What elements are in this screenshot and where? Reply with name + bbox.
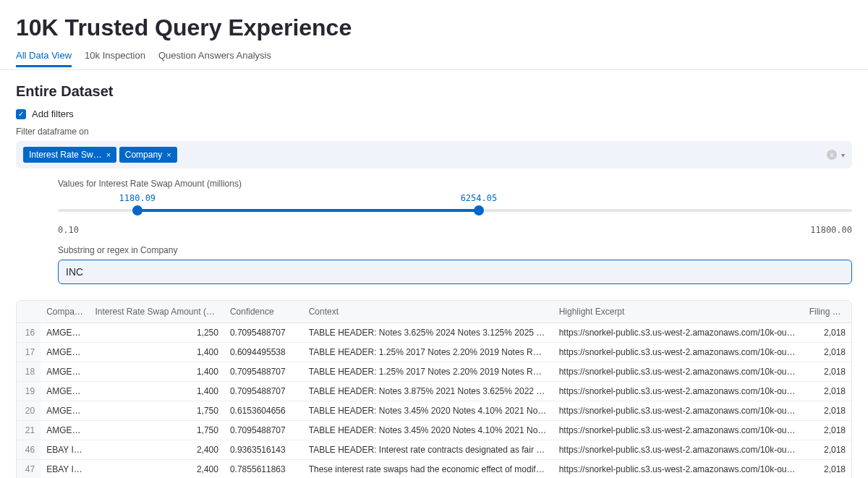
- cell: 18: [17, 362, 41, 382]
- filter-chip[interactable]: Interest Rate Sw…×: [23, 147, 116, 163]
- table-row[interactable]: 19AMGEN INC1,4000.7095488707TABLE HEADER…: [17, 382, 851, 401]
- chevron-down-icon[interactable]: ▾: [841, 151, 845, 159]
- slider-high-value: 6254.05: [461, 193, 498, 203]
- regex-label: Substring or regex in Company: [58, 245, 852, 255]
- cell: These interest rate swaps had the econom…: [303, 460, 553, 479]
- cell: EBAY INC: [41, 440, 89, 460]
- range-slider[interactable]: 1180.09 6254.05: [58, 196, 852, 221]
- chip-label: Interest Rate Sw…: [29, 150, 102, 160]
- table-row[interactable]: 16AMGEN INC1,2500.7095488707TABLE HEADER…: [17, 323, 851, 343]
- data-table: CompanyInterest Rate Swap Amount (millio…: [16, 300, 852, 478]
- cell: 1,750: [89, 401, 224, 421]
- chip-label: Company: [125, 150, 162, 160]
- table-row[interactable]: 18AMGEN INC1,4000.7095488707TABLE HEADER…: [17, 362, 851, 382]
- cell: 1,750: [89, 421, 224, 440]
- cell: 1,400: [89, 343, 224, 362]
- filter-prompt: Filter dataframe on: [0, 127, 868, 140]
- cell: 0.7095488707: [224, 323, 303, 343]
- cell: 2,018: [804, 440, 851, 460]
- company-regex-input[interactable]: [58, 260, 852, 284]
- cell: 0.6153604656: [224, 401, 303, 421]
- page-title: 10K Trusted Query Experience: [0, 0, 868, 50]
- cell: AMGEN INC: [41, 343, 89, 362]
- tab-10k-inspection[interactable]: 10k Inspection: [85, 50, 145, 65]
- cell: 47: [17, 460, 41, 479]
- cell: TABLE HEADER: 1.25% 2017 Notes 2.20% 201…: [303, 362, 553, 382]
- cell: https://snorkel-public.s3.us-west-2.amaz…: [553, 323, 804, 343]
- cell: 0.7095488707: [224, 362, 303, 382]
- cell: 1,250: [89, 323, 224, 343]
- add-filters-checkbox[interactable]: ✓: [16, 109, 26, 119]
- slider-handle-high[interactable]: [474, 205, 484, 215]
- cell: AMGEN INC: [41, 362, 89, 382]
- slider-fill: [137, 209, 479, 212]
- cell: https://snorkel-public.s3.us-west-2.amaz…: [553, 362, 804, 382]
- cell: 2,400: [89, 460, 224, 479]
- cell: AMGEN INC: [41, 382, 89, 401]
- section-title: Entire Dataset: [0, 70, 868, 106]
- table-row[interactable]: 46EBAY INC2,4000.9363516143TABLE HEADER:…: [17, 440, 851, 460]
- cell: 0.7095488707: [224, 382, 303, 401]
- column-header[interactable]: Company: [41, 301, 89, 323]
- slider-low-value: 1180.09: [119, 193, 156, 203]
- cell: TABLE HEADER: Notes 3.45% 2020 Notes 4.1…: [303, 421, 553, 440]
- cell: TABLE HEADER: Interest rate contracts de…: [303, 440, 553, 460]
- cell: https://snorkel-public.s3.us-west-2.amaz…: [553, 401, 804, 421]
- slider-min: 0.10: [58, 225, 79, 235]
- slider-max: 11800.00: [810, 225, 852, 235]
- cell: 2,018: [804, 343, 851, 362]
- cell: 2,018: [804, 460, 851, 479]
- close-icon[interactable]: ×: [106, 150, 111, 159]
- cell: 2,018: [804, 421, 851, 440]
- cell: 17: [17, 343, 41, 362]
- cell: TABLE HEADER: Notes 3.45% 2020 Notes 4.1…: [303, 401, 553, 421]
- cell: https://snorkel-public.s3.us-west-2.amaz…: [553, 440, 804, 460]
- table-row[interactable]: 17AMGEN INC1,4000.6094495538TABLE HEADER…: [17, 343, 851, 362]
- cell: 2,018: [804, 382, 851, 401]
- cell: AMGEN INC: [41, 401, 89, 421]
- cell: 2,018: [804, 362, 851, 382]
- column-header[interactable]: Filing Year: [804, 301, 851, 323]
- tab-all-data-view[interactable]: All Data View: [16, 50, 72, 67]
- filter-chip[interactable]: Company×: [119, 147, 177, 163]
- cell: 19: [17, 382, 41, 401]
- column-header[interactable]: Context: [303, 301, 553, 323]
- cell: https://snorkel-public.s3.us-west-2.amaz…: [553, 382, 804, 401]
- cell: 21: [17, 421, 41, 440]
- tab-bar: All Data View10k InspectionQuestion Answ…: [0, 50, 868, 70]
- cell: 16: [17, 323, 41, 343]
- cell: 46: [17, 440, 41, 460]
- cell: TABLE HEADER: 1.25% 2017 Notes 2.20% 201…: [303, 343, 553, 362]
- column-header[interactable]: Highlight Excerpt: [553, 301, 804, 323]
- cell: 2,018: [804, 401, 851, 421]
- close-icon[interactable]: ×: [166, 150, 171, 159]
- cell: 20: [17, 401, 41, 421]
- cell: AMGEN INC: [41, 421, 89, 440]
- cell: https://snorkel-public.s3.us-west-2.amaz…: [553, 421, 804, 440]
- cell: https://snorkel-public.s3.us-west-2.amaz…: [553, 343, 804, 362]
- table-row[interactable]: 20AMGEN INC1,7500.6153604656TABLE HEADER…: [17, 401, 851, 421]
- table-row[interactable]: 21AMGEN INC1,7500.7095488707TABLE HEADER…: [17, 421, 851, 440]
- tab-question-answers-analysis[interactable]: Question Answers Analysis: [158, 50, 271, 65]
- slider-label: Values for Interest Rate Swap Amount (mi…: [58, 179, 852, 189]
- cell: https://snorkel-public.s3.us-west-2.amaz…: [553, 460, 804, 479]
- column-header[interactable]: Confidence: [224, 301, 303, 323]
- clear-all-icon[interactable]: ×: [827, 150, 837, 160]
- cell: 1,400: [89, 382, 224, 401]
- cell: TABLE HEADER: Notes 3.875% 2021 Notes 3.…: [303, 382, 553, 401]
- cell: 0.9363516143: [224, 440, 303, 460]
- cell: 2,018: [804, 323, 851, 343]
- cell: 0.7095488707: [224, 421, 303, 440]
- cell: 1,400: [89, 362, 224, 382]
- cell: EBAY INC: [41, 460, 89, 479]
- add-filters-label: Add filters: [32, 108, 74, 119]
- cell: 0.7855611863: [224, 460, 303, 479]
- cell: 0.6094495538: [224, 343, 303, 362]
- filter-chip-bar[interactable]: Interest Rate Sw…× Company× × ▾: [16, 141, 852, 168]
- column-header[interactable]: [17, 301, 41, 323]
- column-header[interactable]: Interest Rate Swap Amount (millions): [89, 301, 224, 323]
- slider-handle-low[interactable]: [132, 205, 142, 215]
- cell: 2,400: [89, 440, 224, 460]
- cell: AMGEN INC: [41, 323, 89, 343]
- table-row[interactable]: 47EBAY INC2,4000.7855611863These interes…: [17, 460, 851, 479]
